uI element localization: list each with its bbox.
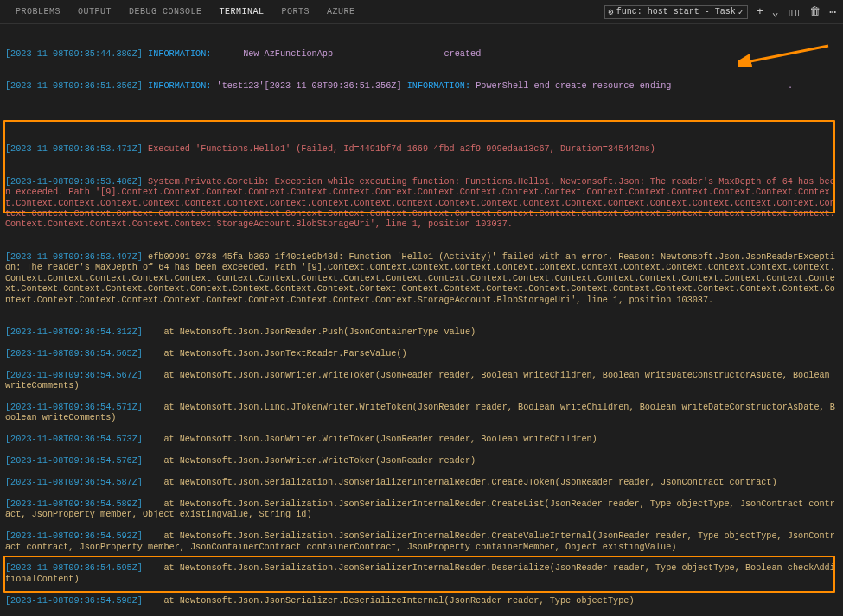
timestamp: [2023-11-08T09:36:54.592Z] bbox=[5, 531, 143, 541]
log-trace: at Newtonsoft.Json.JsonTextReader.ParseV… bbox=[148, 349, 407, 359]
log-trace: at Newtonsoft.Json.JsonWriter.WriteToken… bbox=[148, 435, 597, 444]
timestamp: [2023-11-08T09:36:54.571Z] bbox=[5, 403, 143, 412]
tab-ports[interactable]: PORTS bbox=[273, 2, 319, 22]
terminal-output[interactable]: [2023-11-08T09:35:44.380Z] INFORMATION: … bbox=[0, 24, 843, 616]
log-message: PowerShell end create resource ending---… bbox=[476, 81, 793, 91]
log-trace: at Newtonsoft.Json.Serialization.JsonSer… bbox=[148, 478, 777, 487]
more-icon[interactable]: ⋯ bbox=[829, 5, 836, 19]
log-trace: at Newtonsoft.Json.JsonReader.Push(JsonC… bbox=[148, 327, 476, 337]
timestamp: [2023-11-08T09:36:54.587Z] bbox=[5, 478, 143, 487]
timestamp: [2023-11-08T09:36:53.497Z] bbox=[5, 252, 143, 262]
chevron-down-icon[interactable]: ⌄ bbox=[772, 5, 779, 19]
split-terminal-icon[interactable]: ▯▯ bbox=[788, 5, 801, 19]
log-level: INFORMATION: bbox=[148, 49, 211, 59]
log-trace: at Newtonsoft.Json.JsonSerializer.Deseri… bbox=[148, 596, 634, 606]
log-error: Executed 'Functions.Hello1' (Failed, Id=… bbox=[148, 144, 655, 154]
timestamp: [2023-11-08T09:36:54.565Z] bbox=[5, 349, 143, 359]
log-message: 'test123'[2023-11-08T09:36:51.356Z] bbox=[217, 81, 402, 91]
timestamp: [2023-11-08T09:36:54.589Z] bbox=[5, 499, 143, 509]
terminal-toolbar: ⚙ func: host start - Task ✓ + ⌄ ▯▯ 🗑 ⋯ bbox=[604, 5, 836, 19]
timestamp: [2023-11-08T09:36:54.312Z] bbox=[5, 327, 143, 337]
panel-tabs: PROBLEMS OUTPUT DEBUG CONSOLE TERMINAL P… bbox=[0, 0, 843, 24]
timestamp: [2023-11-08T09:36:54.595Z] bbox=[5, 563, 143, 573]
gear-icon: ⚙ bbox=[609, 7, 614, 17]
timestamp: [2023-11-08T09:36:53.471Z] bbox=[5, 144, 143, 154]
tab-problems[interactable]: PROBLEMS bbox=[7, 2, 69, 22]
timestamp: [2023-11-08T09:36:54.598Z] bbox=[5, 596, 143, 606]
trash-icon[interactable]: 🗑 bbox=[809, 5, 821, 18]
timestamp: [2023-11-08T09:36:54.576Z] bbox=[5, 456, 143, 466]
log-message: ---- New-AzFunctionApp -----------------… bbox=[217, 49, 482, 59]
timestamp: [2023-11-08T09:36:53.486Z] bbox=[5, 177, 143, 187]
check-icon: ✓ bbox=[738, 7, 744, 17]
tab-output[interactable]: OUTPUT bbox=[69, 2, 120, 22]
run-task-selector[interactable]: ⚙ func: host start - Task ✓ bbox=[604, 5, 748, 19]
tab-azure[interactable]: AZURE bbox=[318, 2, 364, 22]
log-trace: at Newtonsoft.Json.JsonWriter.WriteToken… bbox=[148, 456, 476, 466]
new-terminal-icon[interactable]: + bbox=[757, 5, 763, 18]
timestamp: [2023-11-08T09:36:54.567Z] bbox=[5, 371, 143, 380]
timestamp: [2023-11-08T09:36:51.356Z] bbox=[5, 81, 143, 91]
timestamp: [2023-11-08T09:36:54.573Z] bbox=[5, 435, 143, 444]
timestamp: [2023-11-08T09:35:44.380Z] bbox=[5, 49, 143, 59]
tab-terminal[interactable]: TERMINAL bbox=[211, 2, 273, 22]
log-level: INFORMATION: bbox=[148, 81, 211, 91]
tab-debug-console[interactable]: DEBUG CONSOLE bbox=[120, 2, 211, 22]
log-level: INFORMATION: bbox=[407, 81, 470, 91]
run-task-label: func: host start - Task bbox=[616, 7, 736, 16]
